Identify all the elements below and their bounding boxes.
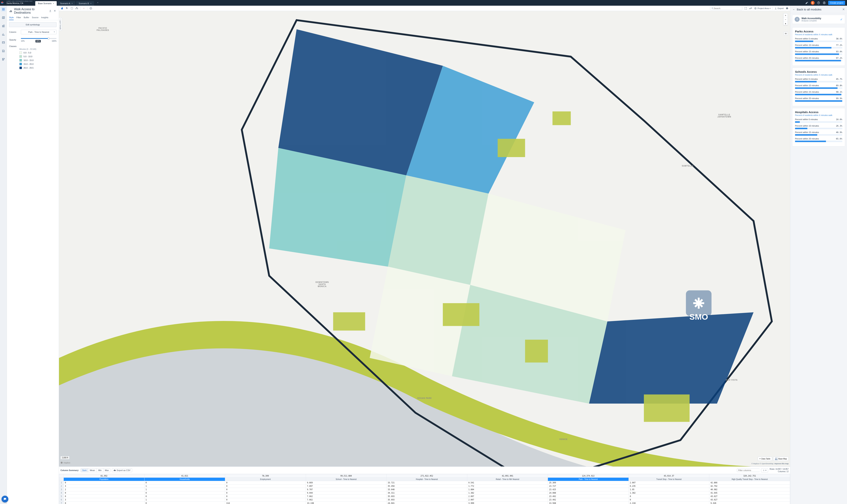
reset-north-button[interactable]: ▲	[783, 22, 788, 25]
scenario-tab[interactable]: Scenario B▾	[76, 1, 94, 6]
column-header[interactable]: Hospital - Time to Nearest	[386, 478, 467, 481]
legend-item: 15.0 - 20.0	[19, 63, 56, 65]
edit-vertex-icon[interactable]	[75, 7, 78, 10]
rail-reports-icon[interactable]	[1, 57, 5, 61]
back-arrow-icon[interactable]: ←	[793, 8, 795, 11]
svg-point-55	[797, 18, 797, 19]
topbar: LAND USE SCENARIO ANALYSIS Santa Monica,…	[0, 0, 847, 6]
rail-analytics-icon[interactable]	[1, 32, 5, 36]
table-row[interactable]: 10009.66933.7210.54125.3092.00742.866	[59, 481, 790, 485]
data-table-toggle[interactable]: ▾Data Table	[758, 457, 772, 461]
map-place-label: DOWNTOWNSANTAMONICA	[316, 281, 329, 287]
favorite-columns-button[interactable]: ☆ ▾	[761, 468, 768, 472]
export-csv-button[interactable]: Export as CSV	[112, 468, 132, 472]
column-header[interactable]: Retail - Time to Nth Nearest	[467, 478, 548, 481]
style-tab-filter[interactable]: Filter	[16, 16, 21, 20]
help-icon[interactable]	[817, 1, 820, 4]
map-place-label: PACIFICPALISADES	[97, 27, 109, 31]
scenario-tab[interactable]: Scenario A▾	[57, 1, 75, 6]
box-select-icon[interactable]	[70, 7, 73, 10]
table-row[interactable]: 50007.66235.6932.00723.492043.027	[59, 495, 790, 498]
add-scenario-button[interactable]: ＋	[95, 0, 101, 6]
svg-rect-46	[525, 340, 548, 362]
summary-mode-mean[interactable]: Mean	[88, 469, 97, 472]
map-attribution: © Mapbox © OpenStreetMap Improve this ma…	[751, 463, 789, 465]
style-tab-buffer[interactable]: Buffer	[24, 16, 29, 20]
zoom-out-button[interactable]: −	[783, 17, 788, 22]
filter-columns-input[interactable]	[738, 469, 764, 471]
export-button[interactable]: Export	[775, 7, 784, 10]
svg-rect-7	[2, 8, 3, 9]
project-selector[interactable]: LAND USE SCENARIO ANALYSIS Santa Monica,…	[4, 0, 35, 6]
column-header[interactable]: School - Time to Nearest	[306, 478, 386, 481]
metric-row: Percent within 10 minutes89.8%	[795, 84, 842, 89]
opacity-min: 10%	[21, 40, 25, 42]
base-map-toggle[interactable]: Base Map	[773, 457, 789, 461]
close-panel-icon[interactable]	[53, 10, 56, 13]
column-header[interactable]: Park - Time to Nearest	[548, 478, 629, 481]
fullscreen-icon[interactable]	[744, 7, 747, 10]
clear-tool-icon[interactable]	[82, 7, 85, 10]
cloud-download-icon	[114, 469, 116, 471]
opacity-max: 100%	[52, 40, 56, 42]
summary-mode-max[interactable]: Max	[103, 469, 110, 472]
svg-rect-43	[498, 139, 525, 157]
svg-rect-17	[10, 11, 10, 12]
style-tab-source[interactable]: Source	[32, 16, 38, 20]
table-row[interactable]: 32109.70733.6481.88423.4251.9540.982	[59, 488, 790, 491]
table-row[interactable]: 63107.66235.6932.00723.492043.027	[59, 498, 790, 502]
style-tab-style[interactable]: Style	[9, 16, 14, 20]
table-row[interactable]: 23107.89735.4581.77223.7270.23542.792	[59, 485, 790, 488]
select-tool-icon[interactable]	[66, 7, 68, 10]
close-results-icon[interactable]: ✕	[842, 7, 845, 11]
table-row[interactable]: 70011413.13824.0413.99913.5682.1349.326	[59, 502, 790, 504]
account-icon[interactable]	[823, 1, 826, 4]
column-header[interactable]: Households	[144, 478, 225, 481]
metric-row: Percent within 15 minutes98.1%	[795, 91, 842, 95]
camera-icon[interactable]	[785, 7, 789, 10]
style-panel: Walk Access to Destinations StyleFilterB…	[7, 6, 59, 504]
column-select[interactable]: Park - Time to Nearest	[21, 30, 56, 34]
search-input[interactable]	[714, 7, 741, 10]
pan-tool-icon[interactable]	[60, 7, 64, 10]
metric-card: Parks AccessPercent of residents within …	[792, 27, 845, 66]
filter-columns[interactable]: ×	[737, 469, 760, 472]
info-icon[interactable]	[89, 7, 92, 10]
map-canvas[interactable]: SMO PACIFICPALISADESSAWTELLEJAPANTOWNSAW…	[59, 11, 790, 467]
download-icon[interactable]	[49, 10, 52, 13]
style-tab-insights[interactable]: Insights	[41, 16, 48, 20]
legend-item: 10.0 - 15.0	[19, 59, 56, 61]
rail-map-icon[interactable]	[1, 16, 5, 20]
layer-details-handle[interactable]: ‹Layer Details	[59, 17, 62, 31]
column-label: Column	[9, 31, 19, 33]
results-title[interactable]: Back to all modules	[797, 8, 841, 11]
app-name: LAND USE SCENARIO ANALYSIS	[6, 0, 32, 2]
chat-launcher[interactable]	[1, 496, 8, 503]
project-area-dropdown[interactable]: Project Area ▾	[754, 7, 771, 10]
3d-toggle[interactable]: 3D	[784, 32, 788, 35]
module-header: Walk Accessibility Analysis complete ✓	[792, 15, 845, 24]
summary-mode-sum[interactable]: Sum	[81, 469, 88, 472]
zoom-in-button[interactable]: +	[783, 14, 788, 17]
edit-symbology-button[interactable]: Edit symbology	[9, 22, 56, 27]
table-row[interactable]: 40009.04434.3111.38224.0881.38241.645	[59, 491, 790, 495]
column-header[interactable]: Population	[64, 478, 144, 481]
column-header[interactable]: Transit Stop - Time to Nearest	[628, 478, 709, 481]
opacity-slider[interactable]: 10% 80% 100%	[21, 37, 56, 42]
project-name: Santa Monica, CA	[6, 2, 32, 4]
create-project-button[interactable]: Create project	[828, 1, 845, 5]
scenario-tab[interactable]: Base Scenario▾	[35, 1, 57, 6]
measure-icon[interactable]	[749, 7, 752, 10]
user-avatar[interactable]: E	[811, 1, 815, 5]
svg-rect-20	[71, 7, 73, 9]
rail-layers-icon[interactable]	[1, 7, 5, 11]
rail-notes-icon[interactable]	[1, 49, 5, 53]
wrench-icon[interactable]	[805, 1, 809, 4]
column-header[interactable]: High Quality Transit Stop - Time to Near…	[709, 478, 790, 481]
summary-mode-min[interactable]: Min	[97, 469, 103, 472]
rail-dashboard-icon[interactable]	[1, 40, 5, 45]
column-header[interactable]: Employment	[225, 478, 306, 481]
rail-buildings-icon[interactable]	[1, 24, 5, 28]
improve-map-link[interactable]: Improve this map	[774, 463, 789, 465]
map-search[interactable]	[710, 7, 742, 10]
